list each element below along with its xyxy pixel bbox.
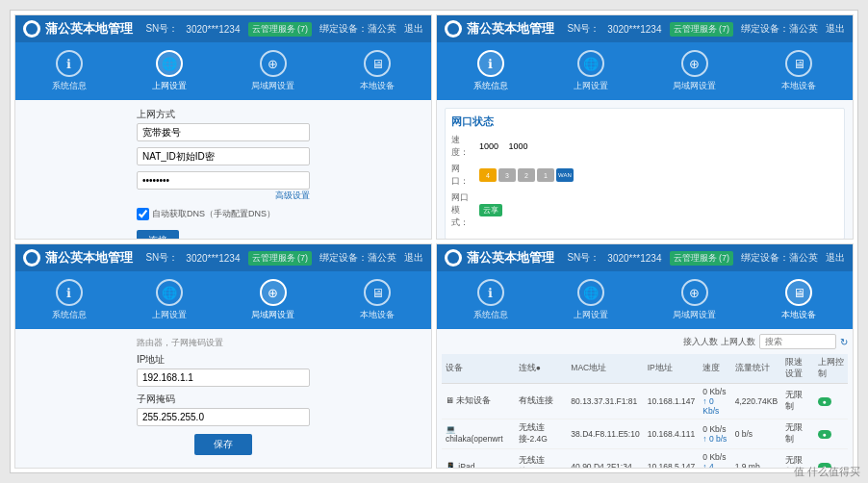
p2-sn-label: SN号： — [567, 22, 600, 36]
panel-3-content: 路由器，子网掩码设置 IP地址 子网掩码 保存 — [15, 329, 431, 468]
p3-nav-local-device[interactable]: 🖥 本地设备 — [360, 279, 395, 321]
device-name-1: 🖥 未知设备 — [442, 384, 515, 419]
port-1: 1 — [537, 168, 554, 182]
wan-mode-select[interactable]: 宽带拨号 动态IP 静态IP — [137, 123, 310, 141]
p4-logout-link[interactable]: 退出 — [826, 251, 845, 265]
speed-val1: 1000 — [479, 141, 498, 151]
main-grid: 蒲公英本地管理 SN号： 3020***1234 云管理服务 (7) 绑定设备：… — [10, 10, 858, 473]
ip-input[interactable] — [137, 369, 310, 387]
p3-sn-value: 3020***1234 — [186, 253, 240, 264]
advanced-link[interactable]: 高级设置 — [275, 190, 310, 202]
password-group: 高级设置 — [137, 171, 310, 202]
refresh-icon[interactable]: ↻ — [840, 337, 848, 347]
panel-2-header-right: SN号： 3020***1234 云管理服务 (7) 绑定设备：蒲公英 退出 — [567, 22, 845, 37]
device-search-input[interactable] — [759, 334, 836, 349]
logout-link[interactable]: 退出 — [404, 22, 423, 36]
device-ctrl-2[interactable]: ● — [814, 419, 849, 449]
p4-lan-setting-icon: ⊕ — [681, 279, 708, 306]
auto-dns-checkbox[interactable] — [137, 208, 149, 220]
lan-setting-icon: ⊕ — [260, 50, 287, 77]
p4-nav-lan-setting[interactable]: ⊕ 局域网设置 — [673, 279, 716, 321]
gateway-mode-val: 云享 — [479, 204, 502, 216]
connect-button[interactable]: 连接 — [137, 230, 179, 239]
nav-sys-info[interactable]: ℹ 系统信息 — [52, 50, 87, 92]
p3-local-device-icon: 🖥 — [364, 279, 391, 306]
p2-nav-lan-setting-label: 局域网设置 — [673, 80, 716, 92]
p3-lan-setting-icon: ⊕ — [260, 279, 287, 306]
panel-4-content: 接入人数 上网人数 ↻ 设备 连线● MAC地址 IP地址 速度 流量统计 限速… — [437, 329, 853, 468]
device-icon-2: 💻 — [446, 424, 456, 434]
p4-nav-local-device-label: 本地设备 — [781, 309, 816, 321]
p3-nav-sys-info[interactable]: ℹ 系统信息 — [52, 279, 87, 321]
panel-4-title: 蒲公英本地管理 — [467, 249, 554, 267]
lan-subtitle: 路由器，子网掩码设置 — [137, 337, 310, 349]
table-row: 📱 iPad 无线连接-5G 40.90.D4.2F1:34 10.168.5.… — [442, 449, 848, 469]
p4-nav-sys-info[interactable]: ℹ 系统信息 — [473, 279, 508, 321]
p2-nav-lan-setting[interactable]: ⊕ 局域网设置 — [673, 50, 716, 92]
save-button[interactable]: 保存 — [194, 434, 252, 455]
p2-logout-link[interactable]: 退出 — [826, 22, 845, 36]
col-traffic: 流量统计 — [731, 354, 781, 384]
mask-input[interactable] — [137, 408, 310, 426]
device-speed-2: 0 Kb/s↑ 0 b/s — [699, 419, 730, 449]
device-search-bar: 接入人数 上网人数 ↻ — [442, 334, 848, 349]
port-label: 网口： — [451, 163, 475, 188]
device-conn-2: 无线连接-2.4G — [515, 419, 568, 449]
col-ctrl: 上网控制 — [814, 354, 849, 384]
p4-sn-value: 3020***1234 — [607, 253, 661, 264]
p4-status-label: 绑定设备：蒲公英 — [741, 251, 818, 265]
col-limit: 限速设置 — [781, 354, 813, 384]
device-traffic-2: 0 b/s — [731, 419, 781, 449]
p2-nav-wan-setting[interactable]: 🌐 上网设置 — [574, 50, 608, 92]
p3-sn-label: SN号： — [145, 251, 178, 265]
device-speed-1: 0 Kb/s↑ 0 Kb/s — [699, 384, 730, 419]
col-speed: 速度 — [699, 354, 730, 384]
sn-value: 3020***1234 — [186, 24, 240, 35]
device-traffic-3: 1.9 mb — [731, 449, 781, 469]
p3-logout-link[interactable]: 退出 — [404, 251, 423, 265]
p3-nav-lan-setting[interactable]: ⊕ 局域网设置 — [251, 279, 294, 321]
col-mac: MAC地址 — [567, 354, 643, 384]
col-conn: 连线● — [515, 354, 568, 384]
dns-checkbox-row: 自动获取DNS（手动配置DNS） — [137, 208, 310, 220]
password-input[interactable] — [137, 171, 310, 190]
account-input[interactable] — [137, 147, 310, 165]
panel-3-logo-icon — [23, 249, 40, 267]
panel-1-title-area: 蒲公英本地管理 — [23, 20, 133, 38]
p3-status-label: 绑定设备：蒲公英 — [319, 251, 396, 265]
nav-wan-setting[interactable]: 🌐 上网设置 — [152, 50, 187, 92]
p4-nav-wan-setting[interactable]: 🌐 上网设置 — [574, 279, 608, 321]
gateway-mode-label: 网口模式： — [451, 191, 475, 229]
p2-nav-local-device[interactable]: 🖥 本地设备 — [781, 50, 816, 92]
speed-label: 速度： — [451, 134, 475, 159]
p2-local-device-icon: 🖥 — [785, 50, 812, 77]
p2-lan-setting-icon: ⊕ — [681, 50, 708, 77]
watermark: 值 什么值得买 — [794, 465, 860, 479]
p2-nav-sys-info-label: 系统信息 — [473, 80, 508, 92]
wan-setting-icon: 🌐 — [156, 50, 183, 77]
local-device-icon: 🖥 — [364, 50, 391, 77]
network-status-section: 网口状态 速度： 1000 1000 网口： 4 3 2 1 WAN — [445, 108, 845, 239]
nav-lan-setting[interactable]: ⊕ 局域网设置 — [251, 50, 294, 92]
p4-nav-local-device[interactable]: 🖥 本地设备 — [781, 279, 816, 321]
panel-4-logo-icon — [445, 249, 462, 267]
panel-2-nav: ℹ 系统信息 🌐 上网设置 ⊕ 局域网设置 🖥 本地设备 — [437, 42, 853, 100]
nav-local-device[interactable]: 🖥 本地设备 — [360, 50, 395, 92]
p3-wan-setting-icon: 🌐 — [156, 279, 183, 306]
panel-1: 蒲公英本地管理 SN号： 3020***1234 云管理服务 (7) 绑定设备：… — [14, 14, 432, 240]
wan-mode-label: 上网方式 — [137, 108, 310, 121]
device-name-2: 💻 chilaka(openwrt — [442, 419, 515, 449]
table-row: 🖥 未知设备 有线连接 80.13.37.31.F1:81 10.168.1.1… — [442, 384, 848, 419]
nav-local-device-label: 本地设备 — [360, 80, 395, 92]
nav-lan-setting-label: 局域网设置 — [251, 80, 294, 92]
p2-nav-sys-info[interactable]: ℹ 系统信息 — [473, 50, 508, 92]
device-traffic-1: 4,220.74KB — [731, 384, 781, 419]
device-ctrl-1[interactable]: ● — [814, 384, 849, 419]
device-ip-1: 10.168.1.147 — [644, 384, 700, 419]
device-ip-3: 10.168.5.147 — [644, 449, 700, 469]
p3-nav-wan-setting-label: 上网设置 — [152, 309, 187, 321]
col-ip: IP地址 — [644, 354, 700, 384]
p3-nav-wan-setting[interactable]: 🌐 上网设置 — [152, 279, 187, 321]
port-wan: WAN — [556, 168, 574, 182]
mgmt-tag: 云管理服务 (7) — [248, 22, 313, 37]
